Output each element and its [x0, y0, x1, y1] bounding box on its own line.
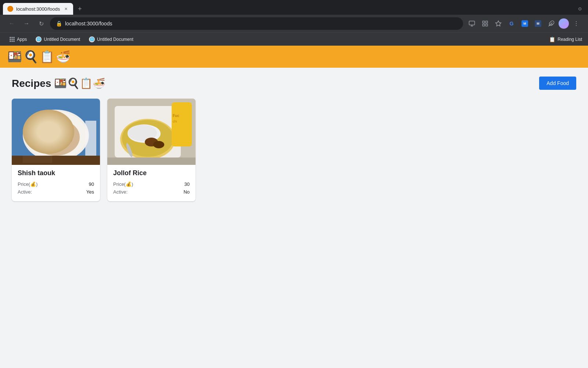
- bookmark-star-icon[interactable]: [492, 18, 504, 29]
- svg-point-9: [576, 23, 577, 24]
- lock-icon: 🔒: [56, 21, 62, 26]
- active-value-1: Yes: [86, 189, 94, 195]
- svg-point-20: [58, 129, 65, 134]
- active-label-1: Active:: [18, 189, 32, 195]
- profile-avatar[interactable]: [559, 18, 569, 29]
- svg-point-8: [576, 21, 577, 22]
- page-title: Recipes 🍱🍳📋🍜: [12, 77, 105, 89]
- window-controls: ⊙: [575, 4, 585, 14]
- app-header: 🍱 🍳 📋 🍜: [0, 46, 588, 68]
- new-tab-button[interactable]: +: [75, 4, 85, 14]
- active-tab[interactable]: localhost:3000/foods ✕: [3, 3, 73, 15]
- active-label-2: Active:: [113, 189, 128, 195]
- svg-rect-36: [107, 158, 196, 165]
- translate-icon[interactable]: M: [519, 18, 531, 29]
- svg-rect-21: [85, 121, 96, 158]
- more-options-icon[interactable]: [570, 18, 582, 29]
- svg-point-15: [39, 124, 58, 132]
- browser-wrapper: localhost:3000/foods ✕ + ⊙ ← → ↻ 🔒 local…: [0, 0, 588, 46]
- tab-favicon: [7, 6, 13, 12]
- malwarebytes-icon[interactable]: M: [532, 18, 544, 29]
- logo-emoji-2: 🍳: [24, 50, 38, 64]
- card-active-1: Active: Yes: [18, 189, 94, 195]
- svg-point-19: [50, 131, 58, 137]
- add-food-button[interactable]: Add Food: [539, 77, 576, 90]
- profile-image: [559, 18, 569, 29]
- price-label-1: Price(💰): [18, 181, 37, 187]
- active-value-2: No: [183, 189, 190, 195]
- tab-title: localhost:3000/foods: [16, 6, 60, 12]
- bookmark-label-1: Untitled Document: [44, 37, 80, 42]
- bookmark-label-2: Untitled Document: [97, 37, 133, 42]
- bookmarks-bar: Apps 🌐 Untitled Document 🌐 Untitled Docu…: [0, 32, 588, 46]
- apps-grid-icon: [10, 37, 15, 42]
- tab-bar: localhost:3000/foods ✕ + ⊙: [0, 0, 588, 15]
- reading-list-button[interactable]: 📋 Reading List: [549, 36, 582, 42]
- food-image-1: [12, 99, 100, 165]
- extensions-puzzle-icon[interactable]: [545, 18, 557, 29]
- svg-point-10: [576, 25, 577, 26]
- window-minimize-button[interactable]: ⊙: [575, 4, 585, 14]
- svg-rect-4: [486, 24, 488, 26]
- grid-icon[interactable]: [479, 18, 491, 29]
- svg-point-31: [153, 141, 164, 148]
- food-name-1: Shish taouk: [18, 169, 94, 177]
- food-card-1[interactable]: Shish taouk Price(💰) 90 Active: Yes: [12, 99, 100, 201]
- food-name-2: Jollof Rice: [113, 169, 190, 177]
- price-value-2: 30: [184, 181, 190, 187]
- page-title-text: Recipes 🍱🍳📋🍜: [12, 78, 105, 89]
- screen-cast-icon[interactable]: [466, 18, 478, 29]
- reading-list-label: Reading List: [557, 37, 582, 42]
- address-bar: ← → ↻ 🔒 localhost:3000/foods G M M: [0, 15, 588, 32]
- svg-text:Fuc: Fuc: [173, 114, 179, 118]
- apps-bookmarks-button[interactable]: Apps: [6, 35, 31, 43]
- back-button[interactable]: ←: [6, 18, 18, 29]
- logo-emoji-4: 🍜: [56, 50, 71, 64]
- apps-label: Apps: [17, 37, 27, 42]
- logo-emoji-1: 🍱: [7, 50, 22, 64]
- bookmark-favicon-1: 🌐: [36, 36, 42, 42]
- food-card-2[interactable]: Fuc chi Jollof Rice Price(💰) 30 Active: …: [107, 99, 196, 201]
- card-body-2: Jollof Rice Price(💰) 30 Active: No: [107, 165, 196, 201]
- reload-button[interactable]: ↻: [35, 18, 47, 29]
- toolbar-icons: G M M: [466, 18, 582, 29]
- url-bar[interactable]: 🔒 localhost:3000/foods: [50, 17, 463, 30]
- svg-rect-1: [483, 21, 484, 23]
- app-logo: 🍱 🍳 📋 🍜: [7, 50, 71, 64]
- price-label-2: Price(💰): [113, 181, 133, 187]
- main-content: Recipes 🍱🍳📋🍜 Add Food: [0, 68, 588, 368]
- svg-point-14: [32, 119, 80, 156]
- bookmark-untitled-2[interactable]: 🌐 Untitled Document: [85, 35, 137, 44]
- food-cards-grid: Shish taouk Price(💰) 90 Active: Yes: [12, 99, 576, 201]
- svg-rect-23: [23, 156, 52, 163]
- card-price-1: Price(💰) 90: [18, 181, 94, 187]
- svg-rect-3: [483, 24, 484, 26]
- food-image-svg-2: Fuc chi: [107, 99, 196, 165]
- url-text: localhost:3000/foods: [65, 21, 457, 26]
- svg-rect-32: [172, 102, 192, 146]
- svg-marker-5: [496, 21, 501, 26]
- reading-list-icon: 📋: [549, 36, 555, 42]
- food-image-2: Fuc chi: [107, 99, 196, 165]
- forward-button[interactable]: →: [21, 18, 32, 29]
- svg-point-18: [37, 134, 46, 148]
- bookmark-untitled-1[interactable]: 🌐 Untitled Document: [32, 35, 84, 44]
- logo-emoji-3: 📋: [40, 50, 54, 64]
- card-active-2: Active: No: [113, 189, 190, 195]
- svg-point-16: [52, 123, 67, 130]
- google-account-icon[interactable]: G: [506, 18, 517, 29]
- card-body-1: Shish taouk Price(💰) 90 Active: Yes: [12, 165, 100, 201]
- svg-point-17: [61, 135, 72, 144]
- svg-rect-2: [486, 21, 488, 23]
- svg-text:chi: chi: [173, 120, 177, 123]
- tab-close-button[interactable]: ✕: [63, 6, 69, 12]
- price-value-1: 90: [89, 181, 94, 187]
- food-image-svg-1: [12, 99, 100, 165]
- svg-rect-0: [469, 21, 475, 25]
- page-header: Recipes 🍱🍳📋🍜 Add Food: [12, 77, 576, 90]
- bookmark-favicon-2: 🌐: [89, 36, 95, 42]
- card-price-2: Price(💰) 30: [113, 181, 190, 187]
